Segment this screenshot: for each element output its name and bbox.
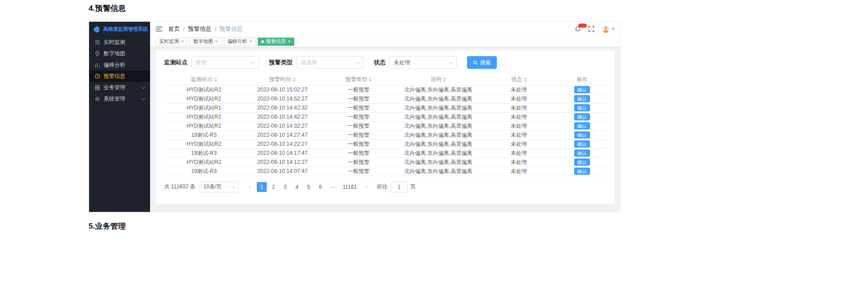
chevron-down-icon: [231, 184, 236, 188]
page-button-4[interactable]: 4: [292, 182, 302, 192]
chevron-down-icon: [356, 60, 360, 64]
cell-action: 确认: [557, 139, 606, 149]
sort-icon: [443, 77, 446, 82]
cell-status: 未处理: [480, 139, 557, 149]
next-page-button[interactable]: ›: [362, 182, 372, 192]
confirm-button[interactable]: 确认: [574, 168, 590, 175]
sidebar-item-map[interactable]: 数字地图: [89, 48, 150, 59]
table-row: HYD测试站R2 2022-08-10 14:32:27 一般预警 北向偏离,东…: [164, 121, 606, 130]
table-row: HYD测试站R2 2022-08-10 14:42:27 一般预警 北向偏离,东…: [164, 112, 606, 121]
col-header-desc[interactable]: 说明: [396, 74, 480, 85]
chevron-down-icon: [612, 28, 614, 30]
confirm-button[interactable]: 确认: [574, 158, 590, 166]
cell-station: HYD测试站R2: [164, 94, 244, 103]
confirm-button[interactable]: 确认: [574, 149, 590, 157]
page-button-6[interactable]: 6: [316, 182, 326, 192]
cell-station: 19测试-R3: [164, 167, 244, 176]
close-icon[interactable]: ×: [215, 39, 217, 44]
confirm-button[interactable]: 确认: [574, 140, 590, 148]
goto-page-input[interactable]: [391, 182, 408, 192]
content-card: 监测站点 类型 预警类型 请选择: [156, 51, 614, 204]
cell-status: 未处理: [480, 167, 557, 176]
cell-status: 未处理: [480, 149, 557, 158]
navbar-actions: [575, 25, 614, 33]
cell-time: 2022-08-10 14:52:27: [244, 94, 321, 103]
cell-type: 一般预警: [321, 167, 396, 176]
cell-desc: 北向偏离,东向偏离,高度偏离: [396, 139, 480, 149]
goto-suffix: 页: [410, 183, 416, 191]
breadcrumb-warning[interactable]: 预警信息: [188, 25, 212, 33]
breadcrumb-separator: /: [183, 26, 185, 33]
cell-type: 一般预警: [321, 149, 396, 158]
tag-map[interactable]: 数字地图 ×: [189, 38, 221, 46]
col-header-time[interactable]: 预警时间: [244, 74, 321, 85]
close-icon[interactable]: ×: [288, 39, 290, 44]
app-title: 高精度监测管理系统: [103, 26, 148, 33]
tag-warning-active[interactable]: 预警信息 ×: [258, 38, 294, 46]
station-select[interactable]: 类型: [191, 56, 259, 69]
breadcrumb-separator: /: [215, 26, 217, 33]
cell-status: 未处理: [480, 121, 557, 130]
cell-time: 2022-08-10 14:27:47: [244, 130, 321, 139]
sidebar-item-realtime[interactable]: 实时监测: [89, 37, 150, 48]
tag-realtime[interactable]: 实时监测 ×: [156, 38, 187, 46]
confirm-button[interactable]: 确认: [574, 113, 590, 120]
table-row: HYD测试站R2 2022-08-10 14:52:27 一般预警 北向偏离,东…: [164, 94, 606, 103]
confirm-button[interactable]: 确认: [574, 122, 590, 130]
table-row: HYD测试站R2 2022-08-10 14:22:27 一般预警 北向偏离,东…: [164, 139, 606, 149]
page-button-3[interactable]: 3: [280, 182, 290, 192]
more-pages-button[interactable]: ···: [327, 182, 338, 192]
cell-desc: 北向偏离,东向偏离,高度偏离: [396, 149, 480, 158]
fullscreen-icon[interactable]: [588, 26, 594, 32]
goto-label: 前往: [377, 183, 388, 191]
breadcrumb-home[interactable]: 首页: [168, 25, 180, 33]
confirm-button[interactable]: 确认: [574, 104, 590, 111]
cell-type: 一般预警: [321, 139, 396, 149]
search-button[interactable]: 搜索: [467, 56, 497, 69]
col-header-type[interactable]: 预警类型: [321, 74, 396, 85]
hamburger-icon[interactable]: [156, 26, 163, 32]
confirm-button[interactable]: 确认: [574, 86, 590, 93]
confirm-button[interactable]: 确认: [574, 95, 590, 102]
col-header-status[interactable]: 状态: [480, 74, 557, 85]
page-button-last[interactable]: 11161: [340, 182, 360, 192]
close-icon[interactable]: ×: [181, 39, 184, 44]
app-logo[interactable]: 高精度监测管理系统: [89, 22, 150, 37]
cell-desc: 北向偏离,东向偏离,高度偏离: [396, 121, 480, 130]
notification-badge: [578, 24, 587, 28]
filter-type: 预警类型 请选择: [269, 56, 364, 69]
status-select[interactable]: 未处理: [389, 56, 457, 69]
warning-type-select[interactable]: 请选择: [296, 56, 364, 69]
top-navbar: 首页 / 预警信息 / 预警信息: [150, 22, 620, 36]
section-heading-5: 5.业务管理: [89, 221, 126, 231]
cell-desc: 北向偏离,东向偏离,高度偏离: [396, 167, 480, 176]
cell-station: HYD测试站R2: [164, 158, 244, 167]
grid-icon: [94, 85, 100, 91]
logo-icon: [93, 25, 101, 34]
sidebar-item-offset[interactable]: 偏移分析: [89, 59, 150, 71]
cell-action: 确认: [557, 167, 606, 176]
cell-status: 未处理: [480, 103, 557, 112]
confirm-button[interactable]: 确认: [574, 131, 590, 139]
page-button-2[interactable]: 2: [269, 182, 278, 192]
col-header-station[interactable]: 监测站点: [164, 74, 244, 85]
cell-desc: 北向偏离,东向偏离,高度偏离: [396, 112, 480, 121]
cell-desc: 北向偏离,东向偏离,高度偏离: [396, 158, 480, 167]
prev-page-button[interactable]: ‹: [245, 182, 255, 192]
page-size-select[interactable]: 10条/页: [200, 182, 239, 192]
cell-time: 2022-08-10 14:22:27: [244, 139, 321, 149]
cell-action: 确认: [557, 158, 606, 167]
page-button-5[interactable]: 5: [304, 182, 314, 192]
sidebar-item-warning[interactable]: 预警信息: [89, 71, 150, 82]
notification-bell-icon[interactable]: [575, 26, 581, 32]
cell-action: 确认: [557, 94, 606, 103]
sidebar-item-system[interactable]: 系统管理: [89, 93, 150, 105]
page-button-1[interactable]: 1: [257, 182, 267, 192]
close-icon[interactable]: ×: [249, 39, 252, 44]
sidebar-item-label: 预警信息: [104, 72, 125, 80]
tag-offset[interactable]: 偏移分析 ×: [224, 38, 255, 46]
user-avatar[interactable]: [602, 25, 614, 33]
cell-status: 未处理: [480, 85, 557, 94]
sidebar-item-business[interactable]: 业务管理: [89, 82, 150, 93]
sidebar-item-label: 系统管理: [104, 95, 125, 103]
